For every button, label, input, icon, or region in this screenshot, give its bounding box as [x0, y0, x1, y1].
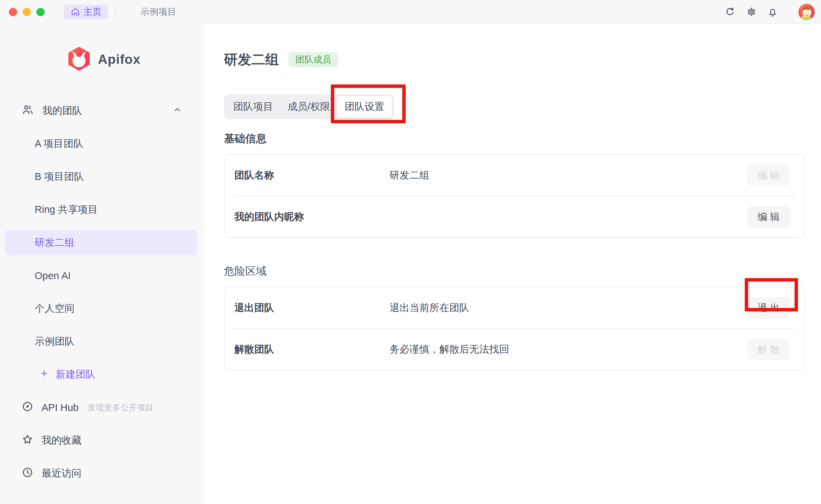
dissolve-team-button[interactable]: 解 散 [747, 339, 790, 360]
sidebar-item-team-a[interactable]: A 项目团队 [0, 131, 203, 157]
window-controls [9, 8, 45, 16]
topbar-actions [725, 4, 815, 20]
tab-members-permissions[interactable]: 成员/权限 [281, 96, 337, 118]
zoom-window-button[interactable] [36, 8, 45, 16]
sidebar-item-sample-team[interactable]: 示例团队 [0, 329, 203, 354]
home-icon [71, 7, 80, 16]
team-people-icon [22, 104, 34, 118]
home-button[interactable]: 主页 [64, 4, 108, 20]
dissolve-team-row: 解散团队 务必谨慎，解散后无法找回 解 散 [225, 329, 804, 370]
plus-icon [40, 369, 49, 380]
minimize-window-button[interactable] [23, 8, 31, 16]
team-tabs: 团队项目 成员/权限 团队设置 [224, 94, 394, 119]
new-team-label: 新建团队 [56, 368, 95, 381]
topbar: 主页 示例项目 [0, 0, 821, 24]
apifox-logo-icon [68, 46, 90, 72]
recent-label: 最近访问 [42, 467, 81, 480]
tab-team-projects[interactable]: 团队项目 [225, 96, 281, 118]
dissolve-team-desc: 务必谨慎，解散后无法找回 [390, 343, 509, 356]
team-name-row: 团队名称 研发二组 编 辑 [225, 155, 804, 196]
danger-zone-card: 退出团队 退出当前所在团队 退 出 解散团队 务必谨慎，解散后无法找回 解 散 [224, 287, 805, 370]
danger-zone-heading: 危险区域 [224, 264, 821, 278]
sidebar-item-api-hub[interactable]: API Hub 发现更多公开项目 [0, 395, 203, 420]
sidebar-item-favorites[interactable]: 我的收藏 [0, 428, 203, 453]
team-name-label: 团队名称 [234, 169, 390, 182]
team-label: 个人空间 [35, 302, 75, 316]
quit-team-row: 退出团队 退出当前所在团队 退 出 [225, 287, 804, 328]
team-label: B 项目团队 [35, 170, 84, 184]
apifox-window: 主页 示例项目 [0, 0, 821, 504]
nickname-label: 我的团队内昵称 [234, 210, 390, 224]
topbar-divider [115, 6, 116, 18]
sidebar-item-team-b[interactable]: B 项目团队 [0, 164, 203, 190]
sync-icon[interactable] [725, 7, 736, 18]
sidebar-item-personal-space[interactable]: 个人空间 [0, 296, 203, 321]
api-hub-hint: 发现更多公开项目 [88, 402, 154, 413]
team-label: 研发二组 [35, 236, 75, 250]
team-label: Ring 共享项目 [35, 203, 98, 217]
settings-gear-icon[interactable] [746, 7, 757, 18]
api-hub-label: API Hub [42, 402, 79, 413]
sidebar-item-my-teams[interactable]: 我的团队 [0, 98, 203, 124]
sidebar-item-recent[interactable]: 最近访问 [0, 461, 203, 486]
sidebar-menu: 我的团队 A 项目团队 B 项目团队 Ring 共享项目 [0, 98, 203, 494]
sidebar-item-open-ai[interactable]: Open AI [0, 263, 203, 288]
basic-info-card: 团队名称 研发二组 编 辑 我的团队内昵称 编 辑 [224, 154, 805, 238]
clock-icon [22, 467, 33, 481]
team-label: Open AI [35, 270, 71, 282]
close-window-button[interactable] [9, 8, 17, 16]
sidebar-item-rd-group2-selected[interactable]: 研发二组 [5, 230, 197, 255]
home-button-label: 主页 [83, 6, 101, 18]
team-label: 示例团队 [35, 335, 75, 348]
favorites-label: 我的收藏 [42, 434, 81, 447]
project-tab-label[interactable]: 示例项目 [140, 6, 176, 18]
nickname-row: 我的团队内昵称 编 辑 [225, 196, 804, 237]
team-name-value: 研发二组 [390, 169, 429, 182]
compass-icon [22, 401, 33, 415]
quit-team-label: 退出团队 [234, 301, 390, 315]
apifox-logo: Apifox [68, 47, 203, 72]
dissolve-team-label: 解散团队 [234, 343, 390, 356]
star-icon [22, 434, 33, 448]
sidebar: Apifox 我的团队 [0, 24, 203, 504]
sidebar-item-label: 我的团队 [42, 104, 82, 118]
edit-team-name-button[interactable]: 编 辑 [747, 165, 790, 186]
team-label: A 项目团队 [35, 137, 83, 151]
basic-info-heading: 基础信息 [224, 131, 821, 146]
notification-bell-icon[interactable] [767, 7, 778, 18]
tab-team-settings[interactable]: 团队设置 [337, 96, 392, 118]
quit-team-desc: 退出当前所在团队 [390, 301, 469, 315]
sidebar-item-ring-shared[interactable]: Ring 共享项目 [0, 197, 203, 222]
role-badge: 团队成员 [289, 52, 338, 67]
user-avatar[interactable] [798, 4, 815, 20]
main-content: 研发二组 团队成员 团队项目 成员/权限 团队设置 基础信息 团队名称 研发二组… [203, 24, 821, 504]
page-title: 研发二组 [224, 50, 279, 69]
apifox-logo-text: Apifox [98, 52, 140, 67]
edit-nickname-button[interactable]: 编 辑 [747, 206, 790, 228]
quit-team-button[interactable]: 退 出 [747, 297, 790, 319]
chevron-up-icon[interactable] [173, 105, 182, 117]
new-team-button[interactable]: 新建团队 [0, 362, 203, 387]
